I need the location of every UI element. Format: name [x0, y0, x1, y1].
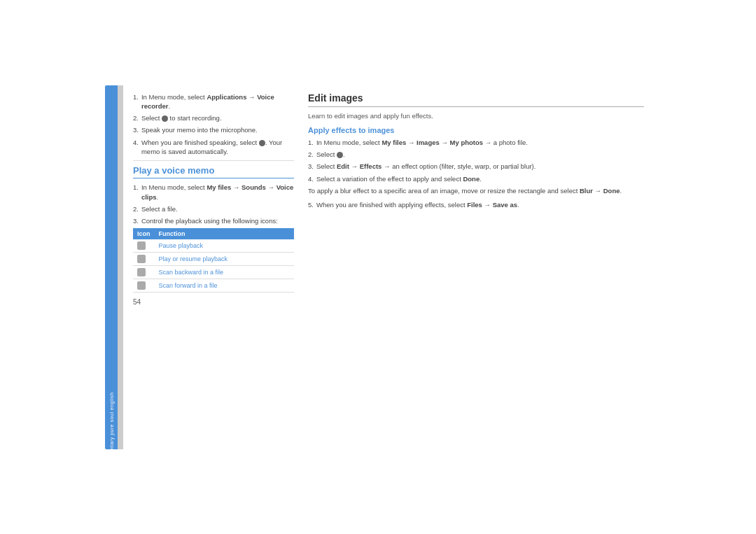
table-row: Pause playback: [133, 239, 294, 253]
sidebar-text: supplementary pure soul english: [109, 392, 114, 473]
button-icon: [162, 115, 168, 122]
page-container: supplementary pure soul english 1. In Me…: [105, 85, 651, 449]
table-cell-icon: [133, 239, 155, 253]
list-item: 4. When you are finished speaking, selec…: [133, 138, 294, 157]
top-steps-list: 1. In Menu mode, select Applications → V…: [133, 92, 294, 157]
table-cell-function: Scan backward in a file: [155, 266, 294, 279]
table-cell-function: Pause playback: [155, 239, 294, 253]
content-area: 1. In Menu mode, select Applications → V…: [123, 85, 651, 449]
table-cell-icon: [133, 279, 155, 293]
list-item: 5. When you are finished with applying e…: [308, 200, 644, 210]
edit-icon: [337, 152, 343, 158]
list-item: 1. In Menu mode, select Applications → V…: [133, 92, 294, 111]
bold-text: Applications → Voice recorder: [141, 93, 274, 110]
blur-paragraph: To apply a blur effect to a specific are…: [308, 186, 644, 196]
play-steps-list: 1. In Menu mode, select My files → Sound…: [133, 183, 294, 225]
list-item: 2. Select to start recording.: [133, 113, 294, 122]
table-cell-function: Scan forward in a file: [155, 279, 294, 293]
edit-images-heading: Edit images: [308, 92, 644, 107]
right-steps-list: 1. In Menu mode, select My files → Image…: [308, 138, 644, 184]
list-item: 2. Select .: [308, 150, 644, 160]
apply-effects-heading: Apply effects to images: [308, 126, 644, 134]
list-item: 1. In Menu mode, select My files → Sound…: [133, 183, 294, 202]
list-item: 1. In Menu mode, select My files → Image…: [308, 138, 644, 148]
table-header-function: Function: [155, 228, 294, 239]
right-column: Edit images Learn to edit images and app…: [308, 92, 644, 442]
page-number: 54: [133, 298, 294, 306]
table-cell-icon: [133, 266, 155, 279]
play-voice-memo-heading: Play a voice memo: [133, 165, 294, 178]
table-row: Scan forward in a file: [133, 279, 294, 293]
list-item: 4. Select a variation of the effect to a…: [308, 174, 644, 184]
list-item: 3. Speak your memo into the microphone.: [133, 125, 294, 134]
table-row: Play or resume playback: [133, 253, 294, 266]
divider: [133, 160, 294, 161]
list-item: 3. Control the playback using the follow…: [133, 216, 294, 225]
list-item: 3. Select Edit → Effects → an effect opt…: [308, 162, 644, 171]
bold-text: My files → Sounds → Voice clips: [141, 183, 293, 200]
left-column: 1. In Menu mode, select Applications → V…: [133, 92, 294, 442]
table-row: Scan backward in a file: [133, 266, 294, 279]
table-cell-function: Play or resume playback: [155, 253, 294, 266]
list-item: 2. Select a file.: [133, 204, 294, 213]
sidebar-strip: supplementary pure soul english: [105, 85, 118, 449]
sidebar-gray: [118, 85, 123, 449]
playback-table: Icon Function Pause playback: [133, 228, 294, 293]
button-icon: [259, 140, 265, 146]
right-last-step: 5. When you are finished with applying e…: [308, 200, 644, 210]
intro-text: Learn to edit images and apply fun effec…: [308, 111, 644, 120]
table-header-icon: Icon: [133, 228, 155, 239]
table-cell-icon: [133, 253, 155, 266]
